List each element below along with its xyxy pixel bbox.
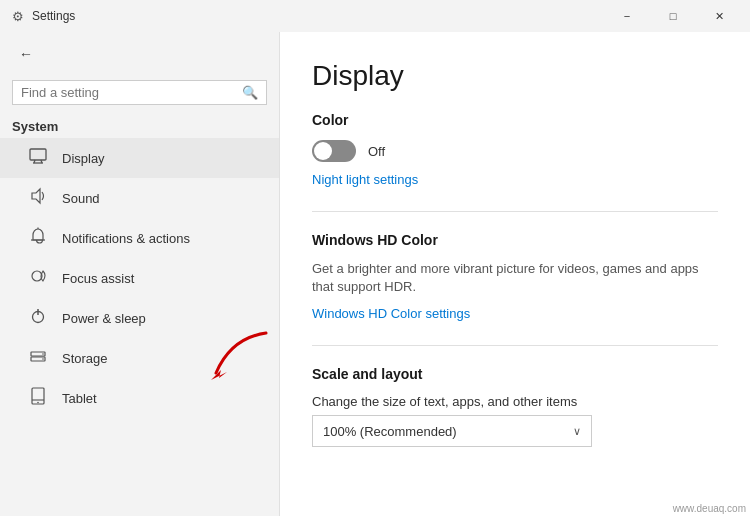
svg-point-17 [37,402,39,404]
svg-point-13 [42,358,44,360]
chevron-down-icon: ∨ [573,425,581,438]
sidebar-item-focus-label: Focus assist [62,271,134,286]
sidebar-item-sound[interactable]: Sound [0,178,279,218]
color-section-title: Color [312,112,718,128]
power-icon [28,307,48,329]
storage-icon [28,347,48,369]
sidebar: ← 🔍 System Display [0,32,280,516]
close-button[interactable]: ✕ [696,0,742,32]
dropdown-label: Change the size of text, apps, and other… [312,394,718,409]
display-icon [28,147,48,169]
svg-rect-0 [30,149,46,160]
svg-point-12 [42,353,44,355]
search-input[interactable] [21,85,236,100]
title-bar-controls: − □ ✕ [604,0,742,32]
search-box[interactable]: 🔍 [12,80,267,105]
search-icon: 🔍 [242,85,258,100]
section-divider-2 [312,345,718,346]
back-button[interactable]: ← [12,40,40,68]
sidebar-item-tablet-label: Tablet [62,391,97,406]
maximize-button[interactable]: □ [650,0,696,32]
sidebar-item-display-label: Display [62,151,105,166]
scale-dropdown[interactable]: 100% (Recommended) ∨ [312,415,592,447]
sidebar-item-notifications-label: Notifications & actions [62,231,190,246]
sidebar-section-title: System [0,113,279,138]
title-bar-title: Settings [32,9,75,23]
toggle-knob [314,142,332,160]
tablet-icon [28,387,48,409]
watermark: www.deuaq.com [673,503,746,514]
sidebar-item-sound-label: Sound [62,191,100,206]
section-divider-1 [312,211,718,212]
dropdown-value: 100% (Recommended) [323,424,457,439]
svg-marker-4 [32,189,40,203]
sidebar-item-storage[interactable]: Storage [0,338,279,378]
hd-color-settings-link[interactable]: Windows HD Color settings [312,306,470,321]
hd-color-description: Get a brighter and more vibrant picture … [312,260,718,296]
sidebar-item-power-label: Power & sleep [62,311,146,326]
color-section: Color Off Night light settings [312,112,718,191]
settings-icon: ⚙ [12,9,24,24]
night-light-state-label: Off [368,144,385,159]
scale-layout-section: Scale and layout Change the size of text… [312,366,718,447]
sidebar-item-focus[interactable]: Focus assist [0,258,279,298]
notifications-icon [28,227,48,249]
sidebar-item-tablet[interactable]: Tablet [0,378,279,418]
title-bar-left: ⚙ Settings [12,9,75,24]
red-arrow-annotation [201,328,271,383]
night-light-toggle[interactable] [312,140,356,162]
svg-rect-15 [32,388,44,404]
focus-icon [28,267,48,289]
scale-section-title: Scale and layout [312,366,718,382]
page-title: Display [312,60,718,92]
night-light-row: Off [312,140,718,162]
sidebar-nav-top: ← [0,32,279,76]
content-panel: Display Color Off Night light settings W… [280,32,750,516]
sidebar-item-storage-label: Storage [62,351,108,366]
hd-color-section: Windows HD Color Get a brighter and more… [312,232,718,325]
sidebar-item-display[interactable]: Display [0,138,279,178]
title-bar: ⚙ Settings − □ ✕ [0,0,750,32]
main-area: ← 🔍 System Display [0,32,750,516]
hd-color-section-title: Windows HD Color [312,232,718,248]
night-light-settings-link[interactable]: Night light settings [312,172,418,187]
sound-icon [28,187,48,209]
sidebar-item-notifications[interactable]: Notifications & actions [0,218,279,258]
dropdown-container: Change the size of text, apps, and other… [312,394,718,447]
minimize-button[interactable]: − [604,0,650,32]
